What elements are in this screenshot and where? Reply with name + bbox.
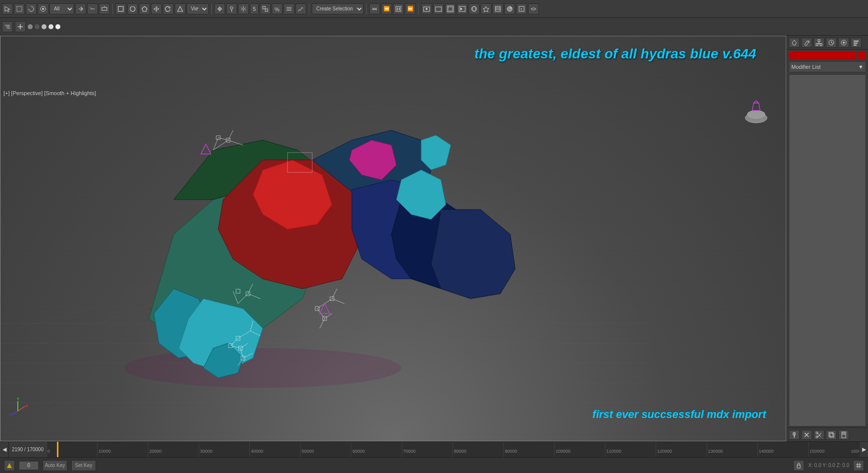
panorama-btn[interactable] bbox=[528, 3, 539, 14]
create-selection-dropdown[interactable]: Create Selection Se bbox=[312, 3, 364, 14]
snap-btn[interactable] bbox=[226, 3, 237, 14]
svg-point-37 bbox=[510, 7, 512, 9]
overlay-title: the greatest, eldest of all hydras blue … bbox=[474, 46, 756, 62]
paste-btn[interactable] bbox=[838, 430, 849, 440]
svg-marker-183 bbox=[7, 463, 12, 468]
utilities-panel-btn[interactable] bbox=[851, 38, 862, 48]
nav-prev-btn[interactable]: ⏪ bbox=[381, 3, 392, 14]
render-region-btn[interactable] bbox=[445, 3, 456, 14]
spinner-field[interactable]: 5 bbox=[250, 3, 259, 14]
viewport[interactable]: [+] [Perspective] [Smooth + Highlights] bbox=[0, 36, 786, 441]
link-btn[interactable] bbox=[75, 3, 86, 14]
modifier-list-dropdown-arrow[interactable]: ▼ bbox=[858, 64, 864, 70]
viewport-top-right-icon bbox=[741, 101, 771, 130]
remove-modifier-btn[interactable] bbox=[801, 430, 812, 440]
pin-btn[interactable] bbox=[789, 430, 800, 440]
array-btn[interactable] bbox=[260, 3, 271, 14]
svg-text:150000: 150000 bbox=[810, 449, 824, 454]
effects-btn[interactable] bbox=[481, 3, 491, 14]
graph-btn[interactable] bbox=[295, 3, 306, 14]
mirror-btn[interactable] bbox=[238, 3, 249, 14]
nav-next-btn[interactable]: ⏩ bbox=[405, 3, 416, 14]
svg-text:160000: 160000 bbox=[851, 449, 859, 454]
selection-lock-btn[interactable] bbox=[793, 460, 804, 471]
svg-point-36 bbox=[507, 6, 512, 11]
svg-marker-32 bbox=[483, 6, 489, 12]
modify-panel-btn[interactable] bbox=[801, 38, 812, 48]
color-dot-lighter bbox=[48, 24, 53, 29]
current-frame: 2190 bbox=[12, 447, 23, 452]
svg-rect-146 bbox=[843, 433, 845, 434]
timeline-area: ◀ 2190 / 170000 0 10000 20000 30000 4000… bbox=[0, 441, 868, 457]
mat-editor-btn[interactable] bbox=[504, 3, 515, 14]
svg-text:Y: Y bbox=[17, 397, 19, 401]
svg-rect-182 bbox=[57, 442, 58, 457]
color-swatch[interactable] bbox=[789, 51, 856, 59]
svg-rect-15 bbox=[263, 6, 265, 9]
scene-explorer-btn[interactable] bbox=[2, 21, 13, 32]
select-tool-btn[interactable] bbox=[2, 3, 13, 14]
select-region-btn[interactable] bbox=[14, 3, 25, 14]
filter-dropdown[interactable]: All bbox=[49, 3, 74, 14]
grid-toggle-btn[interactable] bbox=[853, 460, 864, 471]
paint-sel-btn[interactable] bbox=[38, 3, 48, 14]
lasso-btn[interactable] bbox=[26, 3, 37, 14]
cut-btn[interactable] bbox=[814, 430, 824, 440]
timeline-left-arrow[interactable]: ◀ bbox=[0, 442, 9, 457]
fence-sel-btn[interactable] bbox=[139, 3, 150, 14]
svg-rect-143 bbox=[830, 433, 834, 437]
nav-play-btn[interactable] bbox=[393, 3, 404, 14]
color-dot-gray bbox=[28, 24, 33, 29]
render-anim-btn[interactable] bbox=[457, 3, 468, 14]
svg-marker-7 bbox=[142, 6, 147, 11]
color-swatch-small[interactable] bbox=[858, 51, 866, 59]
render-to-tex-btn[interactable]: T bbox=[516, 3, 527, 14]
copy-btn[interactable] bbox=[826, 430, 837, 440]
align-btn[interactable] bbox=[284, 3, 294, 14]
unlink-btn[interactable] bbox=[87, 3, 98, 14]
svg-text:X: X bbox=[26, 404, 28, 408]
svg-rect-33 bbox=[495, 6, 500, 11]
render-setup-btn[interactable] bbox=[492, 3, 503, 14]
svg-text:70000: 70000 bbox=[403, 449, 416, 454]
svg-text:80000: 80000 bbox=[454, 449, 466, 454]
svg-marker-118 bbox=[754, 101, 759, 103]
svg-point-6 bbox=[130, 6, 135, 11]
viewport-shading[interactable]: Smooth + Highlights bbox=[46, 90, 95, 96]
add-obj-btn[interactable] bbox=[15, 21, 26, 32]
render-btn[interactable] bbox=[421, 3, 432, 14]
viewport-perspective[interactable]: Perspective bbox=[13, 90, 41, 96]
view-dropdown[interactable]: View bbox=[187, 3, 209, 14]
sep4 bbox=[366, 3, 367, 14]
motion-panel-btn[interactable] bbox=[826, 38, 837, 48]
svg-text:20000: 20000 bbox=[149, 449, 162, 454]
auto-key-btn[interactable]: Auto Key bbox=[43, 460, 67, 471]
rect-sel-btn[interactable] bbox=[115, 3, 126, 14]
timeline-bar[interactable]: 0 10000 20000 30000 40000 50000 60000 70… bbox=[47, 442, 859, 457]
svg-text:0: 0 bbox=[48, 449, 50, 454]
sep3 bbox=[309, 3, 309, 14]
set-key-btn[interactable]: Set Key bbox=[71, 460, 96, 471]
display-panel-btn[interactable] bbox=[838, 38, 849, 48]
svg-rect-184 bbox=[797, 465, 800, 468]
modifier-list-header[interactable]: Modifier List ▼ bbox=[789, 61, 866, 72]
scale-btn[interactable] bbox=[175, 3, 186, 14]
svg-text:%: % bbox=[275, 6, 280, 12]
hierarchy-panel-btn[interactable] bbox=[814, 38, 824, 48]
rotate-btn[interactable] bbox=[163, 3, 174, 14]
svg-marker-111 bbox=[320, 304, 330, 314]
svg-line-121 bbox=[12, 411, 18, 415]
pivot-btn[interactable] bbox=[214, 3, 225, 14]
nav-first-btn[interactable]: ⏮ bbox=[369, 3, 380, 14]
timeline-right-arrow[interactable]: ▶ bbox=[859, 442, 868, 457]
color-dot-dark bbox=[35, 24, 40, 29]
move-btn[interactable] bbox=[151, 3, 162, 14]
env-btn[interactable] bbox=[469, 3, 480, 14]
render-frame-btn[interactable] bbox=[433, 3, 444, 14]
color-dot-white bbox=[55, 24, 60, 29]
create-panel-btn[interactable] bbox=[789, 38, 800, 48]
circle-sel-btn[interactable] bbox=[127, 3, 138, 14]
percent-btn[interactable]: % bbox=[272, 3, 283, 14]
bind-to-space-btn[interactable] bbox=[99, 3, 110, 14]
add-key-btn[interactable] bbox=[4, 460, 15, 471]
